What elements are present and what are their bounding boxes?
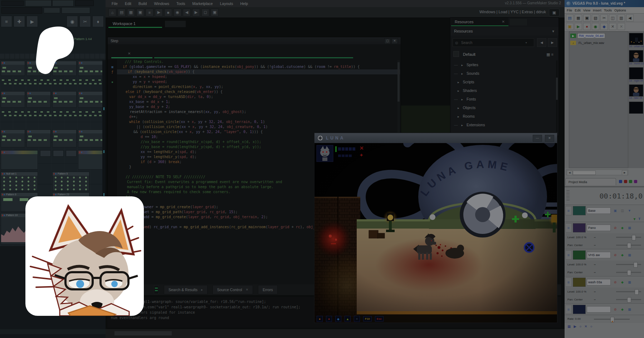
layout-icon[interactable]: ◻ [201, 9, 209, 16]
mic-icon[interactable]: ♦ [92, 16, 104, 27]
pattern-clip[interactable] [52, 91, 77, 108]
search-input[interactable] [460, 40, 519, 45]
track-header[interactable]: ≡Pano⊘◆▦ [565, 222, 644, 233]
tab-resources-ghost[interactable] [510, 19, 527, 25]
track-fx-button[interactable]: ▦ [627, 225, 632, 230]
game-titlebar[interactable]: LUNA — ✕ [314, 133, 557, 143]
close-icon[interactable]: ✕ [502, 18, 505, 26]
pattern-clip[interactable] [78, 129, 104, 147]
menu-item-view[interactable]: View [583, 8, 590, 12]
solo-button[interactable]: ◆ [620, 225, 625, 230]
bus-route-icon[interactable]: ▼ [633, 217, 636, 221]
solo-button[interactable]: ◆ [620, 252, 625, 258]
output-collapse-icon[interactable] [154, 285, 159, 294]
resources-scrollbar-thumb[interactable] [556, 78, 558, 100]
mute-button[interactable]: ⊘ [613, 225, 618, 230]
new-project-icon[interactable]: ▤ [118, 9, 126, 16]
drag-grip[interactable] [566, 190, 570, 202]
orb-red-icon[interactable]: ● [326, 316, 332, 322]
chevron-right-icon[interactable]: ▸ [462, 63, 463, 67]
automation-icons[interactable]: ▪▪ [594, 290, 604, 293]
close-button[interactable]: ✕ [391, 38, 398, 44]
status-icon[interactable]: ▶ [574, 324, 576, 328]
video-thumbnail[interactable] [629, 33, 643, 45]
chevron-right-icon[interactable]: ▸ [458, 80, 459, 84]
slider-thumb[interactable] [632, 235, 636, 240]
search-prev-button[interactable]: ◀ [537, 38, 546, 47]
chevron-right-icon[interactable]: ▸ [462, 123, 463, 127]
gms-minimized-window[interactable] [396, 106, 454, 133]
menu-item-help[interactable]: Help [237, 1, 251, 6]
track-fx-button[interactable]: ▦ [627, 307, 632, 312]
tree-item-fonts[interactable]: —▸Fonts [450, 95, 554, 103]
pattern-clip[interactable] [52, 129, 77, 147]
grid-icon[interactable]: ▣ [211, 9, 219, 16]
track-auto-button[interactable]: ◫ [620, 208, 625, 213]
output-tab-icon[interactable]: ✕ [246, 288, 249, 292]
tab-resources[interactable]: Resources ✕ [451, 18, 508, 26]
pattern-clip[interactable] [1, 110, 104, 127]
menu-item-file[interactable]: File [567, 8, 572, 12]
video-thumbnail[interactable] [629, 84, 643, 97]
cut-icon[interactable]: ✂ [600, 14, 608, 21]
track-name-field[interactable] [587, 306, 611, 313]
track-fx-button[interactable]: ▦ [627, 252, 632, 258]
code-scrollbar-thumb[interactable] [397, 62, 400, 102]
menu-item-build[interactable]: Build [135, 1, 150, 6]
tab-project-media[interactable]: Project Media [565, 178, 616, 185]
vegas-titlebar[interactable]: VEGAS Pro 9.0 - luna_vid.veg * [565, 0, 644, 7]
clean-icon[interactable]: ◉ [174, 9, 181, 16]
track-grip-icon[interactable]: ≡ [565, 223, 572, 232]
resource-search-box[interactable]: ◎ ▾ [453, 38, 534, 47]
track-fx-button[interactable]: ▣ [613, 208, 618, 213]
gms-bottom-scrollbar-thumb[interactable] [114, 331, 172, 335]
track-name-field[interactable]: wash 03a [587, 279, 611, 285]
pattern-clip[interactable]: Null set 1 [1, 172, 38, 191]
chevron-down-icon[interactable]: ▾ [552, 27, 554, 35]
tree-item-scripts[interactable]: ▸Scripts [450, 78, 554, 86]
home-icon[interactable]: ⌂ [108, 9, 116, 16]
tree-item-shaders[interactable]: ▸Shaders [450, 86, 554, 95]
automation-icons[interactable]: ▪▪ [594, 236, 604, 239]
media-bins-icon[interactable]: ◆ [600, 23, 608, 30]
render-icon[interactable]: ▧ [592, 14, 599, 21]
track-grip-icon[interactable]: ≡ [565, 250, 572, 260]
track-grip-icon[interactable]: ≡ [565, 206, 572, 215]
orb-orange-icon[interactable]: ● [317, 316, 323, 322]
menu-item-tools[interactable]: Tools [604, 8, 612, 12]
track-header[interactable]: ≡Base▣◫▼ [565, 205, 644, 216]
slider-thumb[interactable] [627, 243, 631, 248]
save-icon[interactable]: ▣ [583, 14, 591, 21]
pattern-clip[interactable]: Pattern 5 [52, 172, 89, 191]
chevron-right-icon[interactable]: ▸ [458, 89, 459, 93]
status-icon[interactable]: ✕ [584, 324, 587, 328]
video-thumbnail[interactable] [629, 50, 643, 62]
menu-item-insert[interactable]: Insert [593, 8, 601, 12]
project-root-row[interactable]: Default ▦ ≡ [450, 50, 558, 58]
timecode-display[interactable]: 00:01:18,0 [600, 192, 643, 200]
menu-item-windows[interactable]: Windows [151, 1, 172, 6]
tree-item-extensions[interactable]: —▸Extensions [450, 121, 554, 129]
slider[interactable] [616, 264, 641, 265]
run-icon[interactable]: ▶ [155, 9, 163, 16]
pattern-clip[interactable] [1, 129, 25, 147]
menu-item-tools[interactable]: Tools [173, 1, 189, 6]
minimize-button[interactable]: — [533, 135, 542, 142]
pattern-clip[interactable] [1, 78, 104, 89]
media-item[interactable]: ▶RW_movie_04.avi [569, 32, 628, 39]
status-icon[interactable]: ○ [590, 324, 592, 328]
scroll-right-icon[interactable]: ▶ [622, 170, 628, 175]
paste-icon[interactable]: ▥ [618, 14, 625, 21]
track-name-field[interactable]: Base [587, 207, 611, 214]
view-options-icon[interactable]: ▦ ≡ [546, 50, 553, 58]
tree-item-sounds[interactable]: —▸Sounds [450, 69, 554, 78]
zoom-in-icon[interactable]: ▶ [192, 9, 200, 16]
slider-thumb[interactable] [627, 270, 631, 275]
track-header[interactable]: ≡VHS aw⊘◆▦ [565, 249, 644, 260]
solo-button[interactable]: ◆ [620, 307, 625, 312]
output-tab-icon[interactable]: ▸ [201, 288, 203, 292]
status-icon[interactable]: ○ [579, 324, 581, 328]
chevron-down-icon[interactable]: ▾ [526, 41, 527, 44]
import-media-icon[interactable]: ▶ [575, 23, 582, 30]
video-thumbnail[interactable] [629, 102, 643, 114]
